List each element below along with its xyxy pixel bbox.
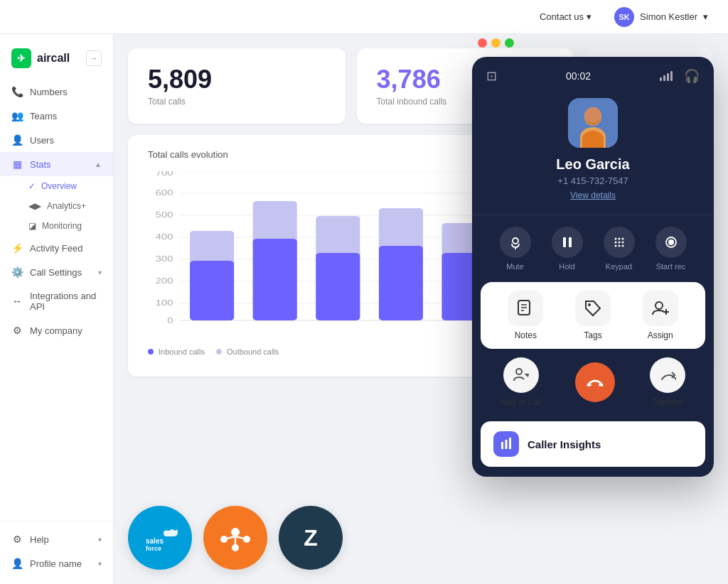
logo-area: ✈ aircall → <box>0 43 113 80</box>
caller-insights-label: Caller Insights <box>528 438 601 450</box>
legend-outbound: Outbound calls <box>216 347 279 356</box>
svg-point-63 <box>668 239 674 245</box>
salesforce-icon: sales force <box>142 525 178 551</box>
sidebar-item-teams[interactable]: 👥 Teams <box>0 104 113 128</box>
aircall-logo: ✈ <box>11 48 31 68</box>
headset-icon[interactable]: 🎧 <box>684 68 700 84</box>
mute-button[interactable]: Mute <box>500 227 531 271</box>
chart-legend: Inbound calls Outbound calls <box>148 347 279 356</box>
start-rec-label: Start rec <box>656 262 686 271</box>
call-settings-arrow: ▾ <box>98 269 102 276</box>
svg-rect-74 <box>501 442 503 449</box>
users-icon: 👤 <box>11 134 23 146</box>
caller-phone: +1 415-732-7547 <box>486 175 700 186</box>
svg-point-55 <box>621 238 623 240</box>
add-or-call-label: Add or call <box>500 397 541 407</box>
call-settings-icon: ⚙️ <box>11 266 23 278</box>
notes-button[interactable]: Notes <box>508 291 543 340</box>
contact-us-label: Contact us <box>540 11 584 22</box>
caller-insights-icon <box>493 431 519 457</box>
svg-rect-52 <box>569 237 572 247</box>
caller-avatar <box>568 98 618 148</box>
user-name-label: Simon Kestler <box>640 11 697 22</box>
sidebar-subitem-monitoring[interactable]: ◪ Monitoring <box>6 216 113 236</box>
svg-point-44 <box>585 107 601 123</box>
svg-rect-23 <box>379 246 423 320</box>
svg-point-56 <box>614 242 616 244</box>
salesforce-logo[interactable]: sales force <box>128 506 192 570</box>
svg-point-69 <box>655 302 663 309</box>
add-or-call-icon <box>503 357 539 393</box>
signal-bar-2 <box>663 75 665 81</box>
svg-point-61 <box>621 245 623 247</box>
svg-text:300: 300 <box>156 255 173 263</box>
window-dot-red[interactable] <box>478 38 487 48</box>
svg-point-68 <box>588 303 591 306</box>
start-rec-button[interactable]: Start rec <box>655 227 687 271</box>
svg-rect-19 <box>253 239 297 320</box>
user-avatar: SK <box>614 7 634 27</box>
svg-point-34 <box>231 528 240 536</box>
notes-icon <box>508 291 543 326</box>
sidebar-item-help[interactable]: ⚙ Help ▾ <box>0 527 113 551</box>
svg-point-54 <box>618 238 620 240</box>
contact-us-button[interactable]: Contact us ▾ <box>534 9 597 25</box>
zendesk-logo[interactable]: Z <box>279 506 343 570</box>
assign-label: Assign <box>648 330 673 340</box>
svg-point-72 <box>516 369 522 374</box>
transfer-button[interactable]: Transfer <box>650 357 685 407</box>
svg-text:700: 700 <box>156 171 173 177</box>
view-details-link[interactable]: View details <box>486 190 700 200</box>
sidebar-item-integrations[interactable]: ↔ Integrations and API <box>0 284 113 318</box>
sidebar-item-users[interactable]: 👤 Users <box>0 128 113 152</box>
app-name: aircall <box>37 52 70 65</box>
caller-insights-panel[interactable]: Caller Insights <box>481 421 705 467</box>
svg-rect-76 <box>509 438 511 449</box>
signal-bar-3 <box>667 73 669 81</box>
svg-rect-48 <box>582 139 604 148</box>
sidebar-item-activity-feed[interactable]: ⚡ Activity Feed <box>0 236 113 260</box>
svg-text:100: 100 <box>156 299 173 307</box>
sidebar-subitem-overview[interactable]: ✓ Overview <box>6 176 113 196</box>
top-bar: Contact us ▾ SK Simon Kestler ▾ <box>0 0 728 34</box>
call-bottom: Add or call Transfer <box>472 349 714 416</box>
mute-label: Mute <box>506 262 523 271</box>
svg-point-49 <box>513 238 518 244</box>
caller-name: Leo Garcia <box>486 156 700 173</box>
svg-point-58 <box>621 242 623 244</box>
mute-icon <box>500 227 531 258</box>
total-calls-number: 5,809 <box>148 65 326 94</box>
window-dots <box>478 38 514 48</box>
hold-icon <box>552 227 583 258</box>
end-call-button[interactable] <box>575 362 615 402</box>
sidebar: ✈ aircall → 📞 Numbers 👥 Teams 👤 Users ▦ … <box>0 34 114 584</box>
sidebar-item-stats[interactable]: ▦ Stats ▲ <box>0 152 113 176</box>
signal-bar-1 <box>660 77 662 81</box>
assign-button[interactable]: Assign <box>643 291 678 340</box>
hold-label: Hold <box>559 262 575 271</box>
legend-inbound: Inbound calls <box>148 347 205 356</box>
keypad-button[interactable]: Keypad <box>604 227 635 271</box>
total-calls-label: Total calls <box>148 97 326 107</box>
hold-button[interactable]: Hold <box>552 227 583 271</box>
activity-feed-icon: ⚡ <box>11 242 23 254</box>
window-dot-yellow[interactable] <box>491 38 500 48</box>
action-panel: Notes Tags Assign <box>481 282 705 349</box>
tags-button[interactable]: Tags <box>575 291 611 340</box>
phone-expand-icon[interactable]: ⊡ <box>486 68 497 84</box>
add-or-call-button[interactable]: Add or call <box>500 357 541 407</box>
legend-dot-outbound <box>216 349 222 355</box>
tags-label: Tags <box>584 330 601 340</box>
sidebar-item-numbers[interactable]: 📞 Numbers <box>0 80 113 104</box>
window-dot-green[interactable] <box>505 38 514 48</box>
sidebar-subitem-analytics[interactable]: ◀▶ Analytics+ <box>6 196 113 216</box>
help-icon: ⚙ <box>11 534 23 545</box>
sidebar-item-call-settings[interactable]: ⚙️ Call Settings ▾ <box>0 260 113 284</box>
sidebar-collapse-button[interactable]: → <box>86 50 102 66</box>
assign-icon <box>643 291 678 326</box>
signal-bar-4 <box>670 71 673 81</box>
user-menu[interactable]: SK Simon Kestler ▾ <box>609 4 714 30</box>
sidebar-item-company[interactable]: ⚙ My company <box>0 318 113 342</box>
sidebar-item-profile[interactable]: 👤 Profile name ▾ <box>0 551 113 575</box>
hubspot-logo[interactable] <box>203 506 267 570</box>
